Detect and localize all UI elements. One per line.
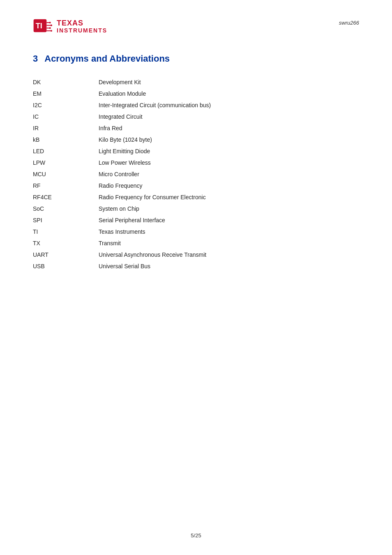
acronym-definition: Transmit [99,237,359,249]
logo-text: TEXAS INSTRUMENTS [57,19,107,34]
table-row: kBKilo Byte (1024 byte) [33,134,359,145]
table-row: USBUniversal Serial Bus [33,260,359,272]
table-row: DKDevelopment Kit [33,76,359,88]
table-row: I2CInter-Integrated Circuit (communicati… [33,99,359,111]
section-number: 3 [33,53,38,64]
svg-point-8 [49,27,51,29]
svg-text:TI: TI [36,21,42,30]
table-row: TXTransmit [33,237,359,249]
acronym-definition: Low Power Wireless [99,157,359,168]
acronym-definition: Kilo Byte (1024 byte) [99,134,359,145]
document-id: swru266 [339,20,359,26]
acronym-definition: Micro Controller [99,168,359,180]
acronym-abbr: TI [33,226,99,237]
acronym-abbr: IR [33,122,99,134]
table-row: RF4CERadio Frequency for Consumer Electr… [33,191,359,203]
table-row: LEDLight Emitting Diode [33,145,359,157]
acronym-definition: Texas Instruments [99,226,359,237]
table-row: TITexas Instruments [33,226,359,237]
acronym-definition: Inter-Integrated Circuit (communication … [99,99,359,111]
acronym-definition: Development Kit [99,76,359,88]
acronym-abbr: MCU [33,168,99,180]
page: TI TEXAS INSTRUMENTS swru266 3Acronyms a… [0,0,392,555]
table-row: ICIntegrated Circuit [33,111,359,122]
acronym-definition: Light Emitting Diode [99,145,359,157]
acronym-abbr: kB [33,134,99,145]
acronym-definition: Infra Red [99,122,359,134]
table-row: EMEvaluation Module [33,88,359,99]
svg-point-6 [49,22,51,23]
svg-point-9 [51,30,52,32]
acronym-abbr: IC [33,111,99,122]
acronym-abbr: LED [33,145,99,157]
acronym-abbr: SoC [33,203,99,214]
acronym-abbr: RF [33,180,99,191]
acronym-definition: System on Chip [99,203,359,214]
acronym-abbr: DK [33,76,99,88]
acronym-definition: Universal Asynchronous Receive Transmit [99,249,359,260]
acronym-abbr: USB [33,260,99,272]
logo-instruments: INSTRUMENTS [57,28,107,34]
page-footer: 5/25 [0,532,392,539]
acronym-definition: Integrated Circuit [99,111,359,122]
table-row: RFRadio Frequency [33,180,359,191]
acronym-definition: Evaluation Module [99,88,359,99]
page-header: TI TEXAS INSTRUMENTS swru266 [33,16,359,37]
section-title: 3Acronyms and Abbreviations [33,53,359,64]
acronym-definition: Radio Frequency [99,180,359,191]
page-number: 5/25 [191,532,201,539]
svg-point-7 [51,25,52,26]
acronym-definition: Radio Frequency for Consumer Electronic [99,191,359,203]
acronym-abbr: I2C [33,99,99,111]
ti-logo-icon: TI [33,16,53,37]
acronyms-table: DKDevelopment KitEMEvaluation ModuleI2CI… [33,76,359,272]
acronym-abbr: SPI [33,214,99,226]
table-row: SPISerial Peripheral Interface [33,214,359,226]
table-row: IRInfra Red [33,122,359,134]
table-row: LPWLow Power Wireless [33,157,359,168]
logo-texas: TEXAS [57,19,107,28]
acronym-abbr: TX [33,237,99,249]
table-row: UARTUniversal Asynchronous Receive Trans… [33,249,359,260]
acronym-abbr: EM [33,88,99,99]
acronym-abbr: RF4CE [33,191,99,203]
logo-container: TI TEXAS INSTRUMENTS [33,16,107,37]
acronym-abbr: UART [33,249,99,260]
table-row: MCUMicro Controller [33,168,359,180]
acronym-abbr: LPW [33,157,99,168]
acronym-definition: Universal Serial Bus [99,260,359,272]
acronym-definition: Serial Peripheral Interface [99,214,359,226]
table-row: SoCSystem on Chip [33,203,359,214]
section-title-text: Acronyms and Abbreviations [44,53,170,64]
